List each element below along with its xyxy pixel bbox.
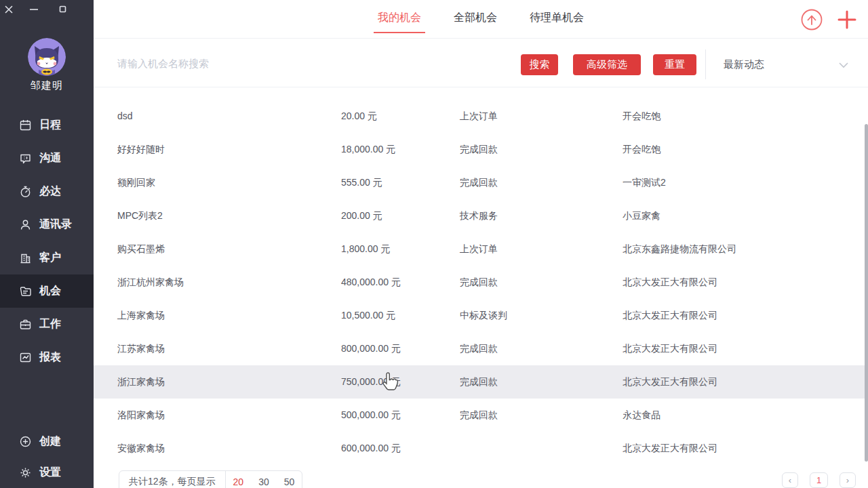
advanced-filter-button[interactable]: 高级筛选: [573, 54, 641, 75]
opportunity-name: dsd: [117, 100, 321, 133]
avatar[interactable]: [28, 38, 66, 76]
opportunity-name: 浙江家禽场: [117, 365, 321, 399]
next-page-button[interactable]: ›: [840, 472, 856, 488]
opportunity-stage: 完成回款: [460, 133, 595, 166]
sidebar-item-label: 创建: [39, 434, 61, 449]
opportunity-amount: 800,000.00 元: [341, 332, 450, 365]
tab-my-opportunities[interactable]: 我的机会: [376, 11, 422, 28]
top-actions: [800, 0, 857, 39]
table-row[interactable]: 浙江家禽场750,000.00 元完成回款北京大发正大有限公司: [94, 365, 868, 399]
opportunity-stage: 完成回款: [460, 365, 595, 399]
opportunity-name: 购买石墨烯: [117, 232, 321, 266]
user-profile: 邹建明: [0, 38, 94, 92]
sidebar-item-label: 沟通: [39, 151, 61, 165]
opportunity-name: 安徽家禽场: [117, 432, 321, 465]
opportunity-amount: 480,000.00 元: [341, 266, 450, 299]
window-controls: [0, 0, 94, 18]
sort-dropdown[interactable]: 最新动态: [724, 54, 849, 75]
table-row[interactable]: 浙江杭州家禽场480,000.00 元完成回款北京大发正大有限公司: [94, 266, 868, 299]
contacts-icon: [19, 218, 32, 231]
search-input[interactable]: [117, 49, 443, 77]
sidebar-item-settings[interactable]: 设置: [0, 457, 94, 488]
table-row[interactable]: 额刚回家555.00 元完成回款一审测试2: [94, 166, 868, 199]
chat-icon: [19, 152, 32, 165]
pager: ‹ 1 ›: [782, 472, 856, 488]
sidebar-item-contacts[interactable]: 通讯录: [0, 208, 94, 241]
opportunity-amount: 20.00 元: [341, 100, 450, 133]
page-size-30[interactable]: 30: [251, 476, 277, 487]
toolbar-divider: [705, 49, 706, 79]
opportunity-stage: 完成回款: [460, 166, 595, 199]
opportunity-name: 上海家禽场: [117, 299, 321, 332]
reset-button[interactable]: 重置: [653, 54, 696, 75]
opportunity-amount: 600,000.00 元: [341, 432, 450, 465]
close-window-icon[interactable]: [3, 4, 14, 15]
sidebar-item-label: 通讯录: [39, 218, 72, 232]
sidebar-item-label: 机会: [39, 284, 61, 298]
table-row[interactable]: 安徽家禽场600,000.00 元北京大发正大有限公司: [94, 432, 868, 465]
scrollbar-thumb[interactable]: [865, 124, 868, 462]
prev-page-button[interactable]: ‹: [782, 472, 798, 488]
table-row[interactable]: dsd20.00 元上次订单开会吃饱: [94, 100, 868, 133]
tab-all-opportunities[interactable]: 全部机会: [452, 11, 498, 28]
opportunity-amount: 555.00 元: [341, 166, 450, 199]
sidebar-footer: 创建 设置: [0, 426, 94, 488]
page-size-20[interactable]: 20: [226, 476, 252, 487]
table-row[interactable]: 洛阳家禽场500,000.00 元完成回款永达食品: [94, 399, 868, 432]
table-row[interactable]: MPC列表2200.00 元技术服务小豆家禽: [94, 199, 868, 232]
pagination-bar: 共计12条，每页显示 20 30 50 ‹ 1 ›: [94, 468, 868, 488]
maximize-window-icon[interactable]: [57, 4, 68, 15]
record-count-summary: 共计12条，每页显示: [119, 476, 225, 488]
opportunity-stage: 中标及谈判: [460, 299, 595, 332]
opportunity-company: 一审测试2: [623, 166, 846, 199]
opportunity-stage: 技术服务: [460, 199, 595, 232]
opportunity-amount: 18,000.00 元: [341, 133, 450, 166]
sidebar-item-communication[interactable]: 沟通: [0, 142, 94, 175]
sidebar-item-reports[interactable]: 报表: [0, 341, 94, 374]
sort-label: 最新动态: [724, 58, 764, 71]
upload-circle-icon[interactable]: [800, 8, 823, 31]
opportunity-name: 江苏家禽场: [117, 332, 321, 365]
report-chart-icon: [19, 351, 32, 364]
opportunity-company: 北京东鑫路捷物流有限公司: [623, 232, 846, 266]
sidebar-item-label: 设置: [39, 466, 61, 480]
opportunity-stage: 完成回款: [460, 332, 595, 365]
sidebar-item-customers[interactable]: 客户: [0, 241, 94, 274]
table-row[interactable]: 好好好随时18,000.00 元完成回款开会吃饱: [94, 133, 868, 166]
chevron-down-icon: [838, 62, 849, 68]
table-row[interactable]: 购买石墨烯1,800.00 元上次订单北京东鑫路捷物流有限公司: [94, 232, 868, 266]
opportunity-name: 洛阳家禽场: [117, 399, 321, 432]
tab-pending-opportunities[interactable]: 待理单机会: [528, 11, 585, 28]
sidebar-item-label: 报表: [39, 350, 61, 365]
customer-building-icon: [19, 251, 32, 264]
plus-circle-icon: [19, 435, 32, 448]
opportunity-amount: 750,000.00 元: [341, 365, 450, 399]
opportunity-stage: 上次订单: [460, 232, 595, 266]
opportunity-company: 北京大发正大有限公司: [623, 432, 846, 465]
page-size-50[interactable]: 50: [277, 476, 302, 487]
page-size-box: 共计12条，每页显示 20 30 50: [119, 470, 302, 488]
opportunity-list: dsd20.00 元上次订单开会吃饱好好好随时18,000.00 元完成回款开会…: [94, 100, 868, 465]
opportunity-amount: 10,500.00 元: [341, 299, 450, 332]
opportunity-company: 北京大发正大有限公司: [623, 332, 846, 365]
table-row[interactable]: 江苏家禽场800,000.00 元完成回款北京大发正大有限公司: [94, 332, 868, 365]
sidebar-item-label: 日程: [39, 118, 61, 132]
sidebar-item-create[interactable]: 创建: [0, 426, 94, 457]
minimize-window-icon[interactable]: [28, 4, 39, 15]
sidebar-item-work[interactable]: 工作: [0, 308, 94, 341]
table-row[interactable]: 上海家禽场10,500.00 元中标及谈判北京大发正大有限公司: [94, 299, 868, 332]
current-page-button[interactable]: 1: [810, 472, 828, 488]
sidebar-item-bida[interactable]: 必达: [0, 175, 94, 208]
opportunity-stage: 上次订单: [460, 100, 595, 133]
sidebar-item-schedule[interactable]: 日程: [0, 108, 94, 142]
opportunity-amount: 1,800.00 元: [341, 232, 450, 266]
sidebar-item-opportunities[interactable]: 机会: [0, 274, 94, 308]
sidebar-item-label: 必达: [39, 184, 61, 199]
add-icon[interactable]: [837, 9, 857, 30]
main-content: 我的机会 全部机会 待理单机会 搜索: [94, 0, 868, 488]
briefcase-icon: [19, 318, 32, 331]
opportunity-company: 永达食品: [623, 399, 846, 432]
opportunity-amount: 500,000.00 元: [341, 399, 450, 432]
search-toolbar: 搜索 高级筛选 重置 最新动态: [94, 39, 868, 87]
search-button[interactable]: 搜索: [521, 54, 558, 75]
